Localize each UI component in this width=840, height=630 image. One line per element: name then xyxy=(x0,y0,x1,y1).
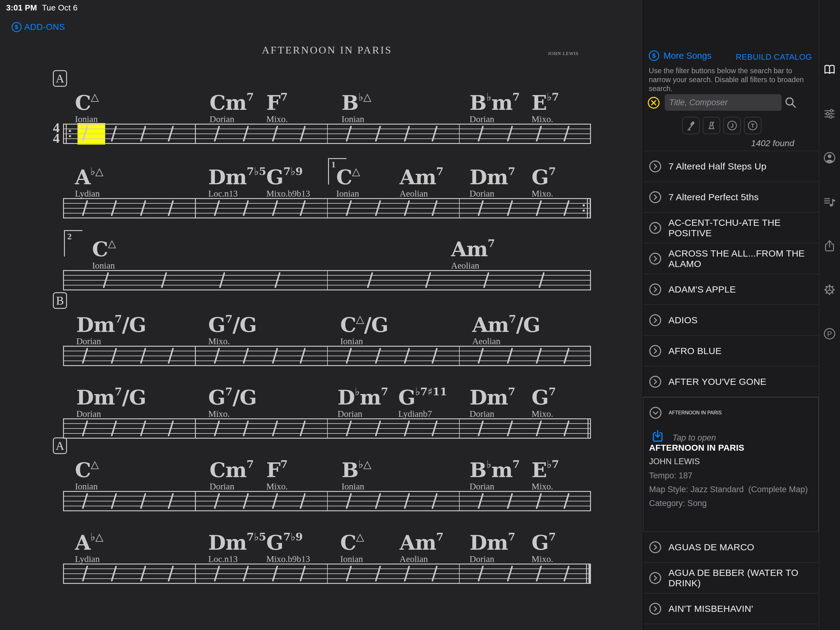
chord-symbol: B♭△Ionian xyxy=(342,455,371,492)
scale-label: Dorian xyxy=(76,336,146,347)
song-row[interactable]: AIN'T MISBEHAVIN' xyxy=(643,594,819,624)
scale-label: Dorian xyxy=(76,409,146,419)
staff-system[interactable] xyxy=(63,198,591,218)
detail-composer: JOHN LEWIS xyxy=(649,457,700,466)
barline xyxy=(590,491,591,511)
barline xyxy=(195,123,196,144)
chord-symbol: Dm7♭5Loc.n13 xyxy=(208,527,266,564)
chevron-right-circle-icon xyxy=(649,345,662,358)
song-row[interactable]: AC-CENT-TCHU-ATE THE POSITIVE xyxy=(643,212,819,243)
rail-button-playlist[interactable] xyxy=(823,195,836,209)
filter-button-letter-j[interactable]: J xyxy=(723,117,741,134)
chevron-right-circle-icon xyxy=(649,375,662,388)
song-row[interactable]: ADIOS xyxy=(643,305,819,336)
repeat-dot xyxy=(69,135,71,137)
song-row[interactable]: AGUA DE BEBER (WATER TO DRINK) xyxy=(643,563,819,594)
search-input[interactable] xyxy=(665,94,782,111)
svg-text:$: $ xyxy=(652,52,655,59)
svg-text:$: $ xyxy=(15,24,19,30)
share-icon xyxy=(823,239,836,253)
barline xyxy=(589,564,591,584)
rebuild-catalog-button[interactable]: REBUILD CATALOG xyxy=(736,52,812,62)
chord-symbol: Am7Aeolian xyxy=(451,234,495,271)
scale-label: Ionian xyxy=(340,554,364,564)
song-row[interactable]: 7 Altered Half Steps Up xyxy=(643,151,819,182)
scale-label: Dorian xyxy=(469,188,515,199)
barline xyxy=(459,564,460,584)
addons-button[interactable]: $ ADD-ONS xyxy=(11,22,65,33)
chord-symbol: Dm7♭5Loc.n13 xyxy=(208,162,266,199)
filter-button-letter-t[interactable]: T xyxy=(744,117,761,134)
detail-tempo: Tempo: 187 xyxy=(649,471,692,481)
rail-button-filters[interactable] xyxy=(823,107,836,120)
scale-label: Aeolian xyxy=(400,554,444,564)
barline xyxy=(459,418,460,438)
song-row[interactable]: AFRO BLUE xyxy=(643,336,819,366)
barline xyxy=(327,123,328,144)
chord-symbol: G7♭9Mixo.b9b13 xyxy=(266,527,310,564)
scale-label: Aeolian xyxy=(400,188,444,199)
scale-label: Ionian xyxy=(342,481,371,492)
clear-search-button[interactable] xyxy=(647,96,660,109)
scale-label: Mixo. xyxy=(208,409,257,419)
chord-symbol: C△Ionian xyxy=(336,162,360,199)
app-window: 3:01 PMTue Oct 6 90% $ A xyxy=(0,0,840,630)
scale-label: Ionian xyxy=(340,336,388,347)
song-row[interactable]: ACROSS THE ALL...FROM THE ALAMO xyxy=(643,243,819,274)
chord-symbol: G7/GMixo. xyxy=(208,309,257,347)
staff-system[interactable] xyxy=(63,270,591,290)
chord-symbol: Dm7/GDorian xyxy=(76,382,146,419)
staff-system[interactable] xyxy=(63,123,591,144)
scale-label: Mixo. xyxy=(266,481,288,492)
staff-system[interactable] xyxy=(63,491,591,511)
rail-button-settings-gear[interactable] xyxy=(823,283,836,296)
playlist-icon xyxy=(823,195,836,209)
barline xyxy=(195,346,196,366)
scale-label: Dorian xyxy=(209,481,254,492)
dollar-circle-icon: $ xyxy=(648,50,660,62)
rail-button-share[interactable] xyxy=(823,239,836,253)
status-bar-left: 3:01 PMTue Oct 6 xyxy=(6,3,77,13)
metronome-icon xyxy=(705,119,718,131)
chord-symbol: G7/GMixo. xyxy=(208,382,257,419)
chord-symbol: B♭m7Dorian xyxy=(469,87,519,124)
chord-symbol: G7Mixo. xyxy=(532,527,556,564)
scale-label: Mixo. xyxy=(532,554,556,564)
song-row[interactable]: AGUAS DE MARCO xyxy=(643,532,819,563)
scale-label: Lydian xyxy=(75,188,103,199)
rail-button-book[interactable] xyxy=(823,63,836,77)
scale-label: Mixo. xyxy=(208,336,257,347)
song-row[interactable]: ADAM'S APPLE xyxy=(643,274,819,305)
rail-button-practice-p[interactable]: P xyxy=(823,327,836,340)
song-row[interactable]: 7 Altered Perfect 5ths xyxy=(643,182,819,212)
repeat-dot xyxy=(583,209,585,212)
section-label-box: B xyxy=(53,292,67,309)
barline xyxy=(327,270,328,290)
date: Tue Oct 6 xyxy=(42,3,77,12)
song-list: 7 Altered Half Steps Up 7 Altered Perfec… xyxy=(643,151,819,624)
search-icon[interactable] xyxy=(783,95,797,109)
song-row[interactable]: AFTER YOU'VE GONE xyxy=(643,366,819,397)
ending-bracket: 2 xyxy=(64,230,82,256)
chord-symbol: E♭7Mixo. xyxy=(532,455,559,492)
more-songs-button[interactable]: $ More Songs xyxy=(648,50,712,62)
chord-symbol: A♭△Lydian xyxy=(75,162,103,199)
chord-symbol: Am7/GAeolian xyxy=(472,309,540,347)
staff-system[interactable] xyxy=(63,346,591,366)
rail-button-profile[interactable] xyxy=(823,151,836,165)
song-row[interactable]: AFTERNOON IN PARIS xyxy=(644,397,818,428)
staff-system[interactable] xyxy=(63,418,591,438)
barline xyxy=(327,418,328,438)
tap-to-open-label[interactable]: Tap to open xyxy=(673,433,716,443)
staff-system[interactable] xyxy=(63,564,591,584)
repeat-dot xyxy=(583,204,585,206)
scale-label: Lydian xyxy=(75,554,103,564)
filter-button-metronome[interactable] xyxy=(703,117,720,134)
chord-symbol: C△Ionian xyxy=(92,234,116,271)
download-icon[interactable] xyxy=(650,429,665,443)
filter-button-microphone[interactable] xyxy=(682,117,699,134)
clock: 3:01 PM xyxy=(6,3,37,12)
chevron-right-circle-icon xyxy=(649,541,662,554)
barline xyxy=(586,564,587,584)
scale-label: Dorian xyxy=(469,554,515,564)
